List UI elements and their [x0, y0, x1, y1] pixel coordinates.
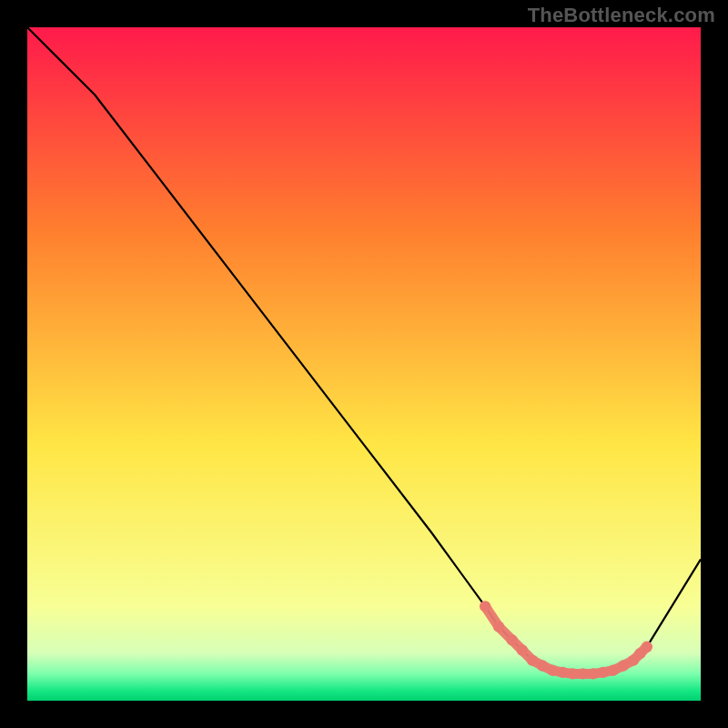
gradient-backdrop	[27, 27, 701, 701]
marker	[598, 667, 609, 678]
marker	[587, 668, 598, 679]
marker	[480, 601, 490, 612]
watermark-text: TheBottleneck.com	[528, 4, 715, 27]
marker	[517, 644, 528, 655]
plot-area	[27, 27, 701, 701]
marker	[537, 660, 548, 671]
marker	[618, 660, 629, 671]
marker	[557, 667, 568, 678]
marker	[577, 668, 588, 679]
marker	[493, 621, 504, 632]
marker	[507, 634, 518, 645]
marker	[567, 668, 578, 679]
chart-frame: TheBottleneck.com	[0, 0, 728, 728]
marker	[547, 665, 558, 676]
marker	[527, 654, 538, 665]
marker	[608, 665, 619, 676]
plot-svg	[27, 27, 701, 701]
marker	[642, 642, 652, 652]
